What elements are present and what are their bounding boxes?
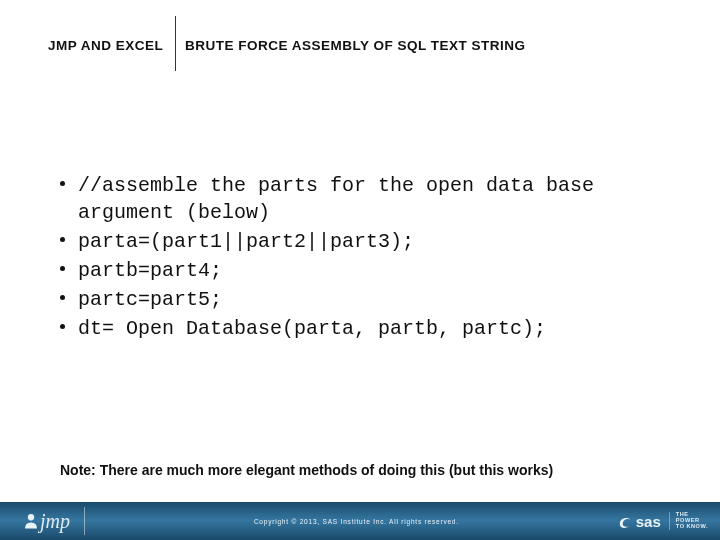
sas-tagline: THE POWER TO KNOW. <box>669 512 708 530</box>
bullet-text: parta=(part1||part2||part3); <box>78 230 414 253</box>
bullet-dot-icon <box>60 324 65 329</box>
bullet-text: partb=part4; <box>78 259 222 282</box>
footer-separator <box>84 507 85 535</box>
bullet-item: dt= Open Database(parta, partb, partc); <box>60 315 690 342</box>
footer-copyright: Copyright © 2013, SAS Institute Inc. All… <box>97 518 616 525</box>
header-divider <box>175 16 176 71</box>
bullet-item: //assemble the parts for the open data b… <box>60 172 690 226</box>
slide-body: //assemble the parts for the open data b… <box>60 172 690 344</box>
jmp-logo: jmp <box>22 510 70 533</box>
sas-logo-text: sas <box>636 513 661 530</box>
tagline-line: TO KNOW. <box>676 524 708 530</box>
header-right-text: BRUTE FORCE ASSEMBLY OF SQL TEXT STRING <box>185 38 526 53</box>
bullet-text: //assemble the parts for the open data b… <box>78 174 594 224</box>
sas-logo: sas <box>616 512 661 530</box>
sas-swoosh-icon <box>616 512 634 530</box>
jmp-logo-text: jmp <box>40 510 70 532</box>
bullet-text: dt= Open Database(parta, partb, partc); <box>78 317 546 340</box>
bullet-dot-icon <box>60 266 65 271</box>
bullet-item: parta=(part1||part2||part3); <box>60 228 690 255</box>
header-left-text: JMP AND EXCEL <box>48 38 163 53</box>
bullet-dot-icon <box>60 181 65 186</box>
slide-header: JMP AND EXCEL BRUTE FORCE ASSEMBLY OF SQ… <box>0 28 720 78</box>
bullet-text: partc=part5; <box>78 288 222 311</box>
bullet-dot-icon <box>60 295 65 300</box>
footer-right-group: sas THE POWER TO KNOW. <box>616 512 708 530</box>
svg-point-0 <box>28 514 34 520</box>
slide: JMP AND EXCEL BRUTE FORCE ASSEMBLY OF SQ… <box>0 0 720 540</box>
bullet-item: partc=part5; <box>60 286 690 313</box>
bullet-dot-icon <box>60 237 65 242</box>
slide-note: Note: There are much more elegant method… <box>60 462 553 478</box>
person-icon <box>22 512 40 530</box>
slide-footer: jmp Copyright © 2013, SAS Institute Inc.… <box>0 502 720 540</box>
bullet-item: partb=part4; <box>60 257 690 284</box>
